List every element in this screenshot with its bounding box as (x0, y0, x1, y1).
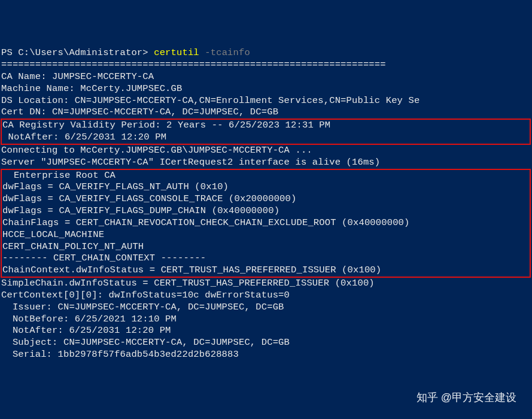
connecting-line: Connecting to McCerty.JUMPSEC.GB\JUMPSEC… (1, 145, 531, 157)
cert-chain-policy-line: CERT_CHAIN_POLICY_NT_AUTH (2, 241, 529, 253)
chainflags-line: ChainFlags = CERT_CHAIN_REVOCATION_CHECK… (2, 217, 529, 229)
validity-highlight-box: CA Registry Validity Period: 2 Years -- … (1, 119, 531, 145)
dwflags-line: dwFlags = CA_VERIFY_FLAGS_NT_AUTH (0x10) (2, 181, 529, 193)
dwflags-line: dwFlags = CA_VERIFY_FLAGS_CONSOLE_TRACE … (2, 193, 529, 205)
not-before-line: NotBefore: 6/25/2021 12:10 PM (1, 314, 531, 326)
prompt-path: PS C:\Users\Administrator> (1, 47, 154, 58)
watermark-text: 知乎 @甲方安全建设 (417, 391, 516, 405)
server-alive-line: Server "JUMPSEC-MCCERTY-CA" ICertRequest… (1, 157, 531, 169)
machine-name-line: Machine Name: McCerty.JUMPSEC.GB (1, 83, 531, 95)
dwflags-line: dwFlags = CA_VERIFY_FLAGS_DUMP_CHAIN (0x… (2, 205, 529, 217)
cert-context-line: CertContext[0][0]: dwInfoStatus=10c dwEr… (1, 290, 531, 302)
prompt-line[interactable]: PS C:\Users\Administrator> certutil -tca… (1, 47, 531, 59)
not-after-line: NotAfter: 6/25/2031 12:20 PM (2, 132, 529, 144)
command-name: certutil (154, 47, 199, 58)
command-argument: -tcainfo (199, 47, 250, 58)
simple-chain-line: SimpleChain.dwInfoStatus = CERT_TRUST_HA… (1, 278, 531, 290)
not-after-line: NotAfter: 6/25/2031 12:20 PM (1, 325, 531, 337)
chain-context-header-line: -------- CERT_CHAIN_CONTEXT -------- (2, 253, 529, 265)
enterprise-root-line: Enterprise Root CA (2, 170, 529, 182)
hcce-line: HCCE_LOCAL_MACHINE (2, 229, 529, 241)
divider-line: ========================================… (1, 59, 531, 71)
ds-location-line: DS Location: CN=JUMPSEC-MCCERTY-CA,CN=En… (1, 95, 531, 107)
subject-line: Subject: CN=JUMPSEC-MCCERTY-CA, DC=JUMPS… (1, 337, 531, 349)
serial-line: Serial: 1bb2978f57f6adb54b3ed22d2b628883 (1, 349, 531, 361)
ca-name-line: CA Name: JUMPSEC-MCCERTY-CA (1, 71, 531, 83)
chain-context-info-line: ChainContext.dwInfoStatus = CERT_TRUST_H… (2, 265, 529, 277)
cert-dn-line: Cert DN: CN=JUMPSEC-MCCERTY-CA, DC=JUMPS… (1, 107, 531, 119)
validity-period-line: CA Registry Validity Period: 2 Years -- … (2, 120, 529, 132)
issuer-line: Issuer: CN=JUMPSEC-MCCERTY-CA, DC=JUMPSE… (1, 302, 531, 314)
enterprise-root-highlight-box: Enterprise Root CAdwFlags = CA_VERIFY_FL… (1, 169, 531, 278)
